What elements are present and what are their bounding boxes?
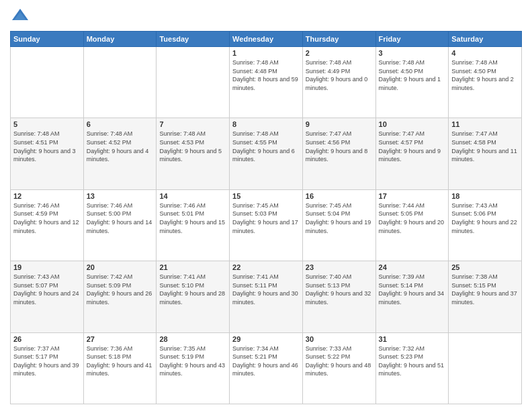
logo-icon [10, 7, 30, 27]
page: SundayMondayTuesdayWednesdayThursdayFrid… [0, 0, 532, 411]
day-number: 6 [87, 120, 154, 128]
calendar-cell: 28Sunrise: 7:35 AM Sunset: 5:19 PM Dayli… [157, 332, 230, 404]
day-number: 27 [87, 335, 154, 343]
calendar-cell: 11Sunrise: 7:47 AM Sunset: 4:58 PM Dayli… [449, 118, 522, 189]
calendar-cell: 29Sunrise: 7:34 AM Sunset: 5:21 PM Dayli… [230, 332, 303, 404]
calendar-cell: 26Sunrise: 7:37 AM Sunset: 5:17 PM Dayli… [11, 332, 84, 404]
calendar-cell: 3Sunrise: 7:48 AM Sunset: 4:50 PM Daylig… [375, 47, 449, 118]
calendar-cell: 24Sunrise: 7:39 AM Sunset: 5:14 PM Dayli… [375, 261, 449, 332]
calendar-cell: 7Sunrise: 7:48 AM Sunset: 4:53 PM Daylig… [157, 118, 230, 189]
calendar-cell: 6Sunrise: 7:48 AM Sunset: 4:52 PM Daylig… [83, 118, 157, 189]
day-info: Sunrise: 7:46 AM Sunset: 5:00 PM Dayligh… [87, 201, 154, 235]
day-number: 12 [13, 192, 81, 200]
day-number: 2 [306, 49, 373, 57]
day-number: 10 [379, 120, 446, 128]
day-info: Sunrise: 7:48 AM Sunset: 4:51 PM Dayligh… [13, 130, 81, 163]
calendar-cell [157, 47, 230, 118]
day-number: 1 [232, 49, 300, 57]
day-number: 23 [306, 263, 373, 271]
calendar-cell: 25Sunrise: 7:38 AM Sunset: 5:15 PM Dayli… [449, 261, 522, 332]
day-number: 5 [13, 120, 81, 128]
day-info: Sunrise: 7:47 AM Sunset: 4:57 PM Dayligh… [379, 130, 446, 163]
day-number: 13 [87, 192, 154, 200]
day-number: 9 [306, 120, 373, 128]
day-info: Sunrise: 7:34 AM Sunset: 5:21 PM Dayligh… [232, 345, 300, 378]
calendar-cell: 10Sunrise: 7:47 AM Sunset: 4:57 PM Dayli… [375, 118, 449, 189]
day-info: Sunrise: 7:37 AM Sunset: 5:17 PM Dayligh… [13, 345, 81, 378]
day-number: 7 [159, 120, 226, 128]
day-number: 26 [13, 335, 81, 343]
calendar-cell: 1Sunrise: 7:48 AM Sunset: 4:48 PM Daylig… [230, 47, 303, 118]
day-number: 15 [232, 192, 300, 200]
calendar-cell [449, 332, 522, 404]
weekday-header-sunday: Sunday [11, 32, 84, 47]
calendar-cell: 27Sunrise: 7:36 AM Sunset: 5:18 PM Dayli… [83, 332, 157, 404]
weekday-header-wednesday: Wednesday [230, 32, 303, 47]
calendar-cell: 31Sunrise: 7:32 AM Sunset: 5:23 PM Dayli… [375, 332, 449, 404]
day-info: Sunrise: 7:48 AM Sunset: 4:52 PM Dayligh… [87, 130, 154, 163]
day-info: Sunrise: 7:45 AM Sunset: 5:03 PM Dayligh… [232, 201, 300, 235]
calendar-cell: 8Sunrise: 7:48 AM Sunset: 4:55 PM Daylig… [230, 118, 303, 189]
day-info: Sunrise: 7:39 AM Sunset: 5:14 PM Dayligh… [379, 273, 446, 306]
day-number: 3 [379, 49, 446, 57]
day-info: Sunrise: 7:46 AM Sunset: 5:01 PM Dayligh… [159, 201, 226, 235]
calendar-cell [11, 47, 84, 118]
day-info: Sunrise: 7:35 AM Sunset: 5:19 PM Dayligh… [159, 345, 226, 378]
day-info: Sunrise: 7:32 AM Sunset: 5:23 PM Dayligh… [379, 345, 446, 378]
calendar-cell: 23Sunrise: 7:40 AM Sunset: 5:13 PM Dayli… [302, 261, 375, 332]
day-number: 8 [232, 120, 300, 128]
day-number: 29 [232, 335, 300, 343]
day-number: 4 [451, 49, 519, 57]
calendar-cell: 14Sunrise: 7:46 AM Sunset: 5:01 PM Dayli… [157, 189, 230, 261]
day-info: Sunrise: 7:48 AM Sunset: 4:50 PM Dayligh… [451, 58, 519, 92]
calendar-cell: 22Sunrise: 7:41 AM Sunset: 5:11 PM Dayli… [230, 261, 303, 332]
day-info: Sunrise: 7:33 AM Sunset: 5:22 PM Dayligh… [306, 345, 373, 378]
day-info: Sunrise: 7:48 AM Sunset: 4:50 PM Dayligh… [379, 58, 446, 92]
weekday-header-thursday: Thursday [302, 32, 375, 47]
week-row-2: 5Sunrise: 7:48 AM Sunset: 4:51 PM Daylig… [11, 118, 522, 189]
calendar-cell: 19Sunrise: 7:43 AM Sunset: 5:07 PM Dayli… [11, 261, 84, 332]
day-number: 11 [451, 120, 519, 128]
logo [10, 7, 33, 27]
calendar-table: SundayMondayTuesdayWednesdayThursdayFrid… [10, 31, 522, 404]
calendar-cell: 12Sunrise: 7:46 AM Sunset: 4:59 PM Dayli… [11, 189, 84, 261]
day-info: Sunrise: 7:46 AM Sunset: 4:59 PM Dayligh… [13, 201, 81, 235]
week-row-4: 19Sunrise: 7:43 AM Sunset: 5:07 PM Dayli… [11, 261, 522, 332]
day-number: 28 [159, 335, 226, 343]
calendar-cell [83, 47, 157, 118]
calendar-cell: 17Sunrise: 7:44 AM Sunset: 5:05 PM Dayli… [375, 189, 449, 261]
calendar-cell: 16Sunrise: 7:45 AM Sunset: 5:04 PM Dayli… [302, 189, 375, 261]
calendar-cell: 2Sunrise: 7:48 AM Sunset: 4:49 PM Daylig… [302, 47, 375, 118]
calendar-cell: 4Sunrise: 7:48 AM Sunset: 4:50 PM Daylig… [449, 47, 522, 118]
day-number: 18 [451, 192, 519, 200]
day-number: 16 [306, 192, 373, 200]
day-number: 21 [159, 263, 226, 271]
week-row-5: 26Sunrise: 7:37 AM Sunset: 5:17 PM Dayli… [11, 332, 522, 404]
day-info: Sunrise: 7:43 AM Sunset: 5:07 PM Dayligh… [13, 273, 81, 306]
week-row-1: 1Sunrise: 7:48 AM Sunset: 4:48 PM Daylig… [11, 47, 522, 118]
day-info: Sunrise: 7:47 AM Sunset: 4:58 PM Dayligh… [451, 130, 519, 163]
day-number: 14 [159, 192, 226, 200]
calendar-cell: 18Sunrise: 7:43 AM Sunset: 5:06 PM Dayli… [449, 189, 522, 261]
day-number: 20 [87, 263, 154, 271]
day-info: Sunrise: 7:43 AM Sunset: 5:06 PM Dayligh… [451, 201, 519, 235]
day-info: Sunrise: 7:48 AM Sunset: 4:53 PM Dayligh… [159, 130, 226, 163]
day-info: Sunrise: 7:48 AM Sunset: 4:55 PM Dayligh… [232, 130, 300, 163]
day-info: Sunrise: 7:41 AM Sunset: 5:11 PM Dayligh… [232, 273, 300, 306]
day-info: Sunrise: 7:42 AM Sunset: 5:09 PM Dayligh… [87, 273, 154, 306]
day-info: Sunrise: 7:48 AM Sunset: 4:49 PM Dayligh… [306, 58, 373, 92]
calendar-cell: 15Sunrise: 7:45 AM Sunset: 5:03 PM Dayli… [230, 189, 303, 261]
day-number: 31 [379, 335, 446, 343]
weekday-header-saturday: Saturday [449, 32, 522, 47]
day-info: Sunrise: 7:44 AM Sunset: 5:05 PM Dayligh… [379, 201, 446, 235]
day-number: 25 [451, 263, 519, 271]
calendar-cell: 20Sunrise: 7:42 AM Sunset: 5:09 PM Dayli… [83, 261, 157, 332]
day-number: 30 [306, 335, 373, 343]
day-number: 22 [232, 263, 300, 271]
day-info: Sunrise: 7:40 AM Sunset: 5:13 PM Dayligh… [306, 273, 373, 306]
calendar-cell: 30Sunrise: 7:33 AM Sunset: 5:22 PM Dayli… [302, 332, 375, 404]
calendar-cell: 5Sunrise: 7:48 AM Sunset: 4:51 PM Daylig… [11, 118, 84, 189]
weekday-header-row: SundayMondayTuesdayWednesdayThursdayFrid… [11, 32, 522, 47]
day-number: 17 [379, 192, 446, 200]
calendar-cell: 9Sunrise: 7:47 AM Sunset: 4:56 PM Daylig… [302, 118, 375, 189]
